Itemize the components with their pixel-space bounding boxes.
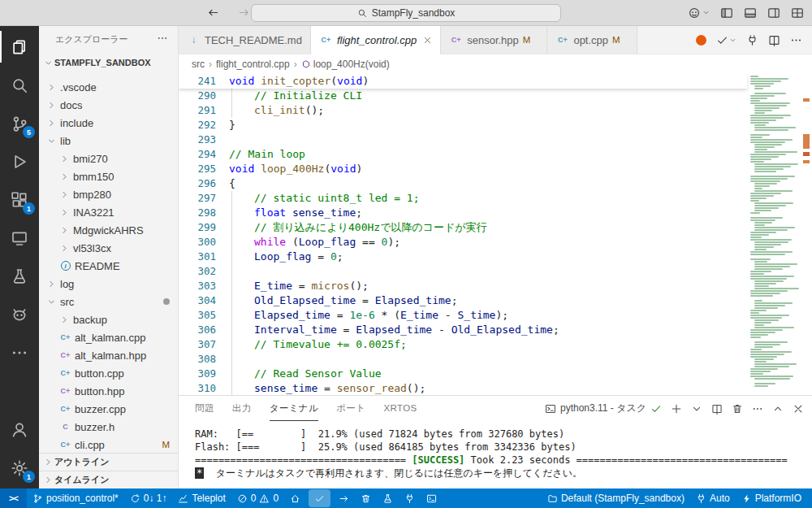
status-platformio-ide[interactable]: PlatformIO (736, 488, 807, 508)
panel-control-more-terminal-actions[interactable] (752, 403, 763, 415)
breadcrumb-item-flight_control.cpp[interactable]: flight_control.cpp (216, 59, 290, 70)
remote-indicator[interactable]: >< (0, 488, 27, 508)
indent-guide (231, 220, 232, 235)
section-アウトライン[interactable]: アウトライン (39, 453, 178, 471)
tree-item-lib[interactable]: lib (39, 132, 178, 150)
sidebar-more-actions[interactable] (157, 33, 168, 46)
chevron-down-icon (691, 403, 702, 415)
tree-item-button.hpp[interactable]: C+button.hpp (39, 382, 178, 400)
tab-opt.cpp[interactable]: C+opt.cppM (547, 26, 637, 54)
status-pio-test[interactable] (377, 488, 399, 508)
activity-item-settings[interactable]: 1 (0, 449, 39, 487)
tab-TECH_README.md[interactable]: ↓TECH_README.md (179, 26, 311, 54)
activity-item-platformio[interactable] (0, 295, 39, 333)
panel-tab-ターミナル[interactable]: ターミナル (270, 396, 319, 421)
tab-sensor.hpp[interactable]: C+sensor.hppM (441, 26, 547, 54)
tree-item-vl53l3cx[interactable]: vl53l3cx (39, 239, 178, 257)
breadcrumb-separator: › (294, 59, 297, 70)
activity-item-extensions[interactable]: 1 (0, 180, 39, 219)
action-platformio-task-indicator[interactable] (696, 35, 706, 46)
titlebar-action-customize-layout[interactable] (791, 7, 804, 20)
panel-tab-出力[interactable]: 出力 (232, 396, 252, 421)
status-pio-home[interactable] (284, 488, 306, 508)
status-pio-serial-monitor[interactable] (399, 488, 421, 508)
titlebar-action-toggle-secondary-sidebar[interactable] (767, 7, 780, 20)
tree-item-INA3221[interactable]: INA3221 (39, 203, 178, 221)
platformio-bug-icon (11, 306, 28, 323)
tree-item-bmi270[interactable]: bmi270 (39, 150, 178, 167)
panel-control-split-terminal[interactable] (711, 403, 723, 415)
tree-item-buzzer.h[interactable]: Cbuzzer.h (39, 418, 178, 436)
terminal-output[interactable]: RAM: [== ] 21.9% (used 71824 bytes from … (179, 421, 812, 488)
tree-item-src[interactable]: src (39, 293, 178, 310)
tree-item-include[interactable]: include (39, 114, 178, 132)
titlebar-action-toggle-primary-sidebar[interactable] (720, 7, 733, 20)
tree-item-cli.cpp[interactable]: C+cli.cppM (39, 436, 178, 453)
activity-item-remote-explorer[interactable] (0, 219, 39, 257)
tree-item-MdgwickAHRS[interactable]: MdgwickAHRS (39, 221, 178, 239)
status-pio-upload[interactable] (333, 488, 355, 508)
tree-item-alt_kalman.hpp[interactable]: C+alt_kalman.hpp (39, 346, 178, 364)
action-run-build-task[interactable] (716, 34, 736, 46)
layout-panel-icon (744, 7, 757, 20)
status-teleplot[interactable]: Teleplot (172, 488, 231, 508)
tree-item-alt_kalman.cpp[interactable]: C+alt_kalman.cpp (39, 328, 178, 346)
panel-control-new-terminal[interactable] (671, 403, 682, 415)
tree-item-bmp280[interactable]: bmp280 (39, 185, 178, 203)
activity-item-search[interactable] (0, 66, 39, 104)
tree-item-log[interactable]: log (39, 275, 178, 293)
activity-item-source-control[interactable]: 5 (0, 104, 39, 142)
status-pio-build[interactable] (309, 489, 330, 507)
status-pio-new-terminal[interactable] (421, 488, 443, 508)
panel-tab-ポート[interactable]: ポート (336, 396, 365, 421)
status-problems[interactable]: 00 (231, 488, 284, 508)
panel-tab-問題[interactable]: 問題 (195, 396, 214, 421)
terminal-task-item[interactable]: python3.11 - タスク (545, 402, 662, 415)
command-center-search[interactable]: StampFly_sandbox (251, 4, 561, 22)
breadcrumb-item-loop_400Hz(void)[interactable]: loop_400Hz(void) (301, 59, 390, 70)
nav-back-button[interactable] (205, 5, 221, 21)
ellipsis-icon (11, 344, 28, 362)
status-bar-right: Default (StampFly_sandbox)AutoPlatformIO (542, 488, 812, 508)
activity-item-explorer[interactable] (0, 28, 39, 66)
panel-control-close-panel[interactable] (793, 403, 804, 415)
close-tab-icon[interactable] (423, 36, 432, 45)
status-pio-serial-port[interactable]: Auto (690, 488, 736, 508)
minimap[interactable] (749, 74, 801, 395)
chevron-up-icon (772, 403, 784, 415)
panel-control-terminal-picker[interactable] (691, 403, 702, 415)
action-split-editor[interactable] (768, 34, 780, 46)
tree-item-.vscode[interactable]: .vscode (39, 78, 178, 96)
panel-control-maximize-panel[interactable] (772, 403, 784, 415)
tree-item-docs[interactable]: docs (39, 96, 178, 114)
activity-item-accounts[interactable] (0, 410, 39, 449)
titlebar-action-copilot-menu[interactable] (688, 7, 710, 20)
activity-item-run-and-debug[interactable] (0, 142, 39, 180)
status-sync-changes[interactable]: 0↓ 1↑ (124, 488, 173, 508)
activity-item-additional-views[interactable] (0, 333, 39, 371)
code-editor[interactable]: 241void init_copter(void) 290// Initiali… (179, 74, 812, 395)
status-pio-project-env[interactable]: Default (StampFly_sandbox) (542, 488, 690, 508)
activity-item-testing[interactable] (0, 257, 39, 295)
panel-tab-XRTOS[interactable]: XRTOS (383, 396, 417, 421)
tab-flight_control.cpp[interactable]: C+flight_control.cpp (311, 26, 441, 54)
bolt-icon (741, 493, 752, 504)
status-git-branch[interactable]: position_control* (27, 488, 124, 508)
status-pio-clean[interactable] (355, 488, 377, 508)
tree-item-bmm150[interactable]: bmm150 (39, 167, 178, 185)
tree-item-backup[interactable]: backup (39, 310, 178, 328)
panel-tab-label: ポート (336, 402, 365, 415)
tree-item-README[interactable]: iREADME (39, 257, 178, 275)
titlebar-action-toggle-panel[interactable] (744, 7, 757, 20)
status-label: Auto (710, 493, 730, 504)
tree-item-buzzer.cpp[interactable]: C+buzzer.cpp (39, 400, 178, 418)
panel-control-kill-terminal[interactable] (732, 403, 743, 415)
nav-forward-button[interactable] (235, 5, 252, 21)
section-タイムライン[interactable]: タイムライン (39, 471, 178, 488)
action-pio-upload[interactable] (746, 34, 758, 46)
tree-item-button.cpp[interactable]: C+button.cpp (39, 364, 178, 382)
chevron-right-icon (45, 119, 58, 128)
breadcrumb-item-src[interactable]: src (192, 59, 205, 70)
action-more-editor-actions[interactable] (790, 34, 802, 46)
workspace-section-header[interactable]: STAMPFLY_SANDBOX (39, 52, 178, 73)
